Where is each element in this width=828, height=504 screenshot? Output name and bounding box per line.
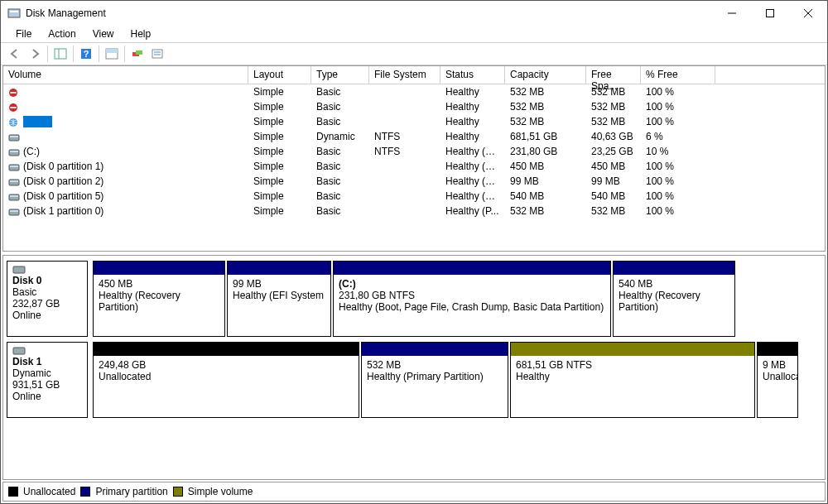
partition-stripe xyxy=(94,262,224,275)
volume-status: Healthy xyxy=(440,86,505,98)
volume-layout: Simple xyxy=(248,146,311,157)
volume-row[interactable]: (Disk 0 partition 1)SimpleBasicHealthy (… xyxy=(3,159,825,174)
volume-status: Healthy (R... xyxy=(440,190,505,202)
disk-type: Basic xyxy=(12,286,82,298)
partition-status: Healthy (Primary Partition) xyxy=(367,371,503,382)
volume-pct: 100 % xyxy=(641,101,715,113)
partition[interactable]: 532 MBHealthy (Primary Partition) xyxy=(361,342,508,418)
col-layout[interactable]: Layout xyxy=(248,66,311,84)
graphical-view-pane[interactable]: Disk 0Basic232,87 GBOnline450 MBHealthy … xyxy=(2,255,826,480)
volume-name: (C:) xyxy=(23,146,40,157)
forward-button[interactable] xyxy=(26,45,44,63)
show-hide-tree-button[interactable] xyxy=(51,45,70,63)
volume-layout: Simple xyxy=(248,116,311,127)
back-button[interactable] xyxy=(6,45,24,63)
partition[interactable]: 681,51 GB NTFSHealthy xyxy=(510,342,755,418)
volume-free: 450 MB xyxy=(586,161,641,172)
disk-label-box[interactable]: Disk 1Dynamic931,51 GBOnline xyxy=(7,342,88,418)
volume-row[interactable]: SimpleDynamicNTFSHealthy681,51 GB40,63 G… xyxy=(3,129,825,144)
volume-row[interactable]: (Disk 0 partition 5)SimpleBasicHealthy (… xyxy=(3,189,825,204)
svg-rect-13 xyxy=(136,50,142,55)
col-status[interactable]: Status xyxy=(440,66,505,84)
volume-type: Basic xyxy=(311,101,369,113)
col-fs[interactable]: File System xyxy=(369,66,440,84)
volume-icon xyxy=(8,118,20,127)
help-button[interactable]: ? xyxy=(77,45,95,63)
volume-row[interactable]: (Disk 1 partition 0)SimpleBasicHealthy (… xyxy=(3,204,825,218)
volume-fs: NTFS xyxy=(369,146,440,157)
volume-layout: Simple xyxy=(248,86,311,98)
menu-view[interactable]: View xyxy=(86,26,121,41)
disk-icon xyxy=(12,265,26,275)
disk-label-box[interactable]: Disk 0Basic232,87 GBOnline xyxy=(7,261,88,337)
volume-name: (Disk 0 partition 2) xyxy=(23,175,104,187)
partition-size: 9 MB xyxy=(763,359,792,371)
properties-button[interactable] xyxy=(148,45,166,63)
volume-free: 99 MB xyxy=(586,175,641,187)
partition-status: Healthy xyxy=(516,371,749,382)
window-controls xyxy=(713,1,827,26)
disk-partitions: 249,48 GBUnallocated532 MBHealthy (Prima… xyxy=(93,342,821,418)
minimize-button[interactable] xyxy=(713,1,751,26)
svg-rect-27 xyxy=(10,166,18,167)
volume-pct: 100 % xyxy=(641,116,715,127)
volume-type: Basic xyxy=(311,116,369,127)
partition-stripe xyxy=(334,262,610,275)
svg-rect-3 xyxy=(767,10,774,17)
partition-size: 249,48 GB xyxy=(99,359,354,371)
partition-stripe xyxy=(758,343,797,356)
partition-stripe xyxy=(362,343,508,356)
partition-status: Unalloca xyxy=(763,371,792,382)
svg-rect-1 xyxy=(10,11,18,12)
volume-pct: 100 % xyxy=(641,86,715,98)
svg-rect-25 xyxy=(10,151,18,152)
maximize-button[interactable] xyxy=(751,1,789,26)
close-button[interactable] xyxy=(789,1,827,26)
partition[interactable]: 540 MBHealthy (Recovery Partition) xyxy=(613,261,735,337)
col-volume[interactable]: Volume xyxy=(3,66,248,84)
volume-row[interactable]: (Disk 0 partition 2)SimpleBasicHealthy (… xyxy=(3,174,825,189)
volume-free: 532 MB xyxy=(586,101,641,113)
volume-name: (Disk 0 partition 5) xyxy=(23,190,104,202)
volume-type: Basic xyxy=(311,190,369,202)
col-capacity[interactable]: Capacity xyxy=(505,66,586,84)
svg-rect-14 xyxy=(152,50,162,58)
disk-row: Disk 0Basic232,87 GBOnline450 MBHealthy … xyxy=(7,261,821,337)
volume-row[interactable]: SimpleBasicHealthy532 MB532 MB100 % xyxy=(3,84,825,99)
partition-title: (C:) xyxy=(339,278,605,290)
volume-layout: Simple xyxy=(248,131,311,142)
partition[interactable]: 450 MBHealthy (Recovery Partition) xyxy=(93,261,225,337)
volume-layout: Simple xyxy=(248,205,311,217)
volume-list-body[interactable]: SimpleBasicHealthy532 MB532 MB100 %Simpl… xyxy=(3,84,825,251)
col-pct[interactable]: % Free xyxy=(641,66,715,84)
volume-icon xyxy=(8,147,20,157)
menu-bar: File Action View Help xyxy=(1,26,827,42)
view-top-button[interactable] xyxy=(103,45,121,63)
legend-unallocated-swatch xyxy=(8,487,18,497)
volume-free: 23,25 GB xyxy=(586,146,641,157)
settings-button[interactable] xyxy=(128,45,147,63)
partition[interactable]: 99 MBHealthy (EFI System xyxy=(227,261,331,337)
volume-capacity: 532 MB xyxy=(505,205,586,217)
volume-status: Healthy (E... xyxy=(440,175,505,187)
partition[interactable]: 249,48 GBUnallocated xyxy=(93,342,359,418)
disk-status: Online xyxy=(12,391,82,402)
volume-layout: Simple xyxy=(248,101,311,113)
volume-type: Basic xyxy=(311,161,369,172)
menu-action[interactable]: Action xyxy=(41,26,82,41)
legend-simple-label: Simple volume xyxy=(188,486,253,497)
volume-row[interactable]: SimpleBasicHealthy532 MB532 MB100 % xyxy=(3,99,825,114)
col-type[interactable]: Type xyxy=(311,66,369,84)
volume-free: 540 MB xyxy=(586,190,641,202)
volume-icon xyxy=(8,88,20,98)
volume-row[interactable]: SimpleBasicHealthy532 MB532 MB100 % xyxy=(3,114,825,129)
svg-rect-11 xyxy=(106,49,118,53)
partition-size: 99 MB xyxy=(233,278,325,290)
menu-file[interactable]: File xyxy=(9,26,38,41)
svg-rect-33 xyxy=(10,210,18,212)
partition[interactable]: (C:)231,80 GB NTFSHealthy (Boot, Page Fi… xyxy=(333,261,611,337)
col-free[interactable]: Free Spa... xyxy=(586,66,641,84)
partition[interactable]: 9 MBUnalloca xyxy=(757,342,798,418)
menu-help[interactable]: Help xyxy=(124,26,158,41)
volume-row[interactable]: (C:)SimpleBasicNTFSHealthy (B...231,80 G… xyxy=(3,144,825,159)
